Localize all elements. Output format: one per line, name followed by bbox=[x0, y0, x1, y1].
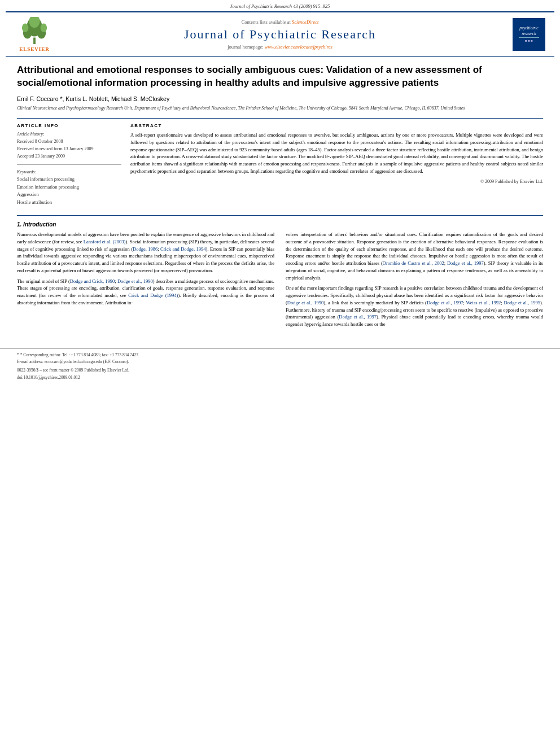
article-content: Attributional and emotional responses to… bbox=[0, 57, 560, 343]
keywords-label: Keywords: bbox=[17, 169, 121, 174]
ref-crick-dodge1994b[interactable]: Crick and Dodge (1994) bbox=[128, 292, 178, 298]
header-center: Contents lists available at ScienceDirec… bbox=[60, 19, 500, 50]
body-para-4: One of the more important findings regar… bbox=[286, 285, 543, 328]
sciencedirect-line: Contents lists available at ScienceDirec… bbox=[60, 19, 500, 25]
journal-meta: Journal of Psychiatric Research 43 (2009… bbox=[0, 0, 560, 11]
ref-lansford[interactable]: Lansford et al. (2003) bbox=[84, 239, 126, 244]
abstract-label: ABSTRACT bbox=[130, 123, 543, 128]
journal-title: Journal of Psychiatric Research bbox=[60, 27, 500, 42]
sciencedirect-label: Contents lists available at bbox=[242, 19, 292, 25]
article-info-abstract: ARTICLE INFO Article history: Received 8… bbox=[17, 118, 543, 207]
ref-dodge1986[interactable]: Dodge, 1986 bbox=[133, 246, 158, 252]
psych-box-line1: psychiatric bbox=[519, 25, 538, 31]
body-para-1: Numerous developmental models of aggress… bbox=[17, 231, 274, 274]
body-col-1: Numerous developmental models of aggress… bbox=[17, 231, 274, 331]
received-date: Received 8 October 2008 bbox=[17, 138, 121, 145]
ref-crick-dodge1994[interactable]: Crick and Dodge, 1994 bbox=[160, 246, 205, 252]
page: Journal of Psychiatric Research 43 (2009… bbox=[0, 0, 560, 747]
body-text-col1: Numerous developmental models of aggress… bbox=[17, 231, 274, 307]
psych-research-box: psychiatric research ■ ■ ■ bbox=[513, 18, 545, 51]
homepage-label: journal homepage: bbox=[228, 44, 265, 50]
divider bbox=[17, 164, 121, 165]
header-banner: ELSEVIER Contents lists available at Sci… bbox=[6, 11, 554, 57]
authors: Emil F. Coccaro *, Kurtis L. Noblett, Mi… bbox=[17, 95, 543, 102]
ref-dodge-crick1990[interactable]: Dodge and Crick, 1990 bbox=[70, 278, 115, 284]
keyword-1: Social information processing bbox=[17, 176, 121, 183]
author-names: Emil F. Coccaro *, Kurtis L. Noblett, Mi… bbox=[17, 95, 169, 102]
footnote-1: * * Corresponding author. Tel.: +1 773 8… bbox=[17, 352, 543, 359]
doi-line: doi:10.1016/j.jpsychires.2009.01.012 bbox=[17, 375, 543, 380]
abstract-paragraph: A self-report questionnaire was develope… bbox=[130, 132, 543, 175]
keyword-3: Aggression bbox=[17, 191, 121, 198]
footer: * * Corresponding author. Tel.: +1 773 8… bbox=[0, 348, 560, 382]
article-info-col: ARTICLE INFO Article history: Received 8… bbox=[17, 123, 121, 207]
history-label: Article history: bbox=[17, 132, 121, 137]
keyword-4: Hostile attribution bbox=[17, 199, 121, 206]
homepage-link[interactable]: www.elsevier.com/locate/jpsychires bbox=[265, 44, 333, 50]
elsevier-text: ELSEVIER bbox=[19, 46, 50, 52]
journal-citation: Journal of Psychiatric Research 43 (2009… bbox=[230, 3, 330, 9]
issn-text: 0022-3956/$ – see front matter © 2009 Pu… bbox=[17, 368, 129, 373]
ref-dodge1997b[interactable]: Dodge et al., 1997 bbox=[427, 300, 463, 305]
copyright: © 2009 Published by Elsevier Ltd. bbox=[130, 178, 543, 185]
footnote-1-text: * Corresponding author. Tel.: +1 773 834… bbox=[20, 352, 139, 357]
abstract-text: A self-report questionnaire was develope… bbox=[130, 132, 543, 185]
keyword-2: Emotion information processing bbox=[17, 184, 121, 191]
body-para-2: The original model of SIP (Dodge and Cri… bbox=[17, 278, 274, 307]
accepted-date: Accepted 23 January 2009 bbox=[17, 153, 121, 159]
elsevier-tree-icon bbox=[19, 17, 50, 45]
ref-dodge1995[interactable]: Dodge et al., 1995 bbox=[504, 300, 541, 305]
affiliation: Clinical Neuroscience and Psychopharmaco… bbox=[17, 105, 543, 111]
issn-line: 0022-3956/$ – see front matter © 2009 Pu… bbox=[17, 368, 543, 373]
body-para-3: volves interpretation of others' behavio… bbox=[286, 231, 543, 281]
ref-orombio[interactable]: Orombio de Castro et al., 2002 bbox=[383, 260, 444, 266]
svg-point-5 bbox=[40, 24, 47, 32]
sciencedirect-link[interactable]: ScienceDirect bbox=[292, 19, 318, 25]
body-text-col2: volves interpretation of others' behavio… bbox=[286, 231, 543, 328]
footnote-2-text: E-mail address: ecoccaro@yoda.bsd.uchica… bbox=[17, 359, 129, 364]
elsevier-logo-area: ELSEVIER bbox=[15, 17, 54, 52]
ref-dodge-et-al1990[interactable]: Dodge et al., 1990 bbox=[117, 278, 153, 284]
section1-heading: 1. Introduction bbox=[17, 221, 543, 228]
ref-dodge1997c[interactable]: Dodge et al., 1997 bbox=[339, 314, 377, 320]
article-info-label: ARTICLE INFO bbox=[17, 123, 121, 128]
abstract-col: ABSTRACT A self-report questionnaire was… bbox=[130, 123, 543, 207]
svg-point-4 bbox=[21, 24, 28, 32]
footnote-2: E-mail address: ecoccaro@yoda.bsd.uchica… bbox=[17, 359, 543, 365]
article-title: Attributional and emotional responses to… bbox=[17, 64, 543, 90]
elsevier-logo: ELSEVIER bbox=[15, 17, 54, 52]
ref-dodge1990[interactable]: Dodge et al., 1990 bbox=[287, 300, 324, 305]
svg-rect-0 bbox=[33, 38, 36, 45]
right-logo-area: psychiatric research ■ ■ ■ bbox=[506, 18, 545, 51]
journal-homepage: journal homepage: www.elsevier.com/locat… bbox=[60, 44, 500, 50]
body-two-col: Numerous developmental models of aggress… bbox=[17, 231, 543, 331]
body-section: 1. Introduction Numerous developmental m… bbox=[17, 215, 543, 331]
body-col-2: volves interpretation of others' behavio… bbox=[286, 231, 543, 331]
received-revised-date: Received in revised form 13 January 2009 bbox=[17, 146, 121, 152]
psych-box-line2: research bbox=[522, 31, 536, 37]
doi-text: doi:10.1016/j.jpsychires.2009.01.012 bbox=[17, 375, 80, 380]
ref-weiss1992[interactable]: Weiss et al., 1992 bbox=[466, 300, 501, 305]
ref-dodge1997a[interactable]: Dodge et al., 1997 bbox=[447, 260, 484, 266]
